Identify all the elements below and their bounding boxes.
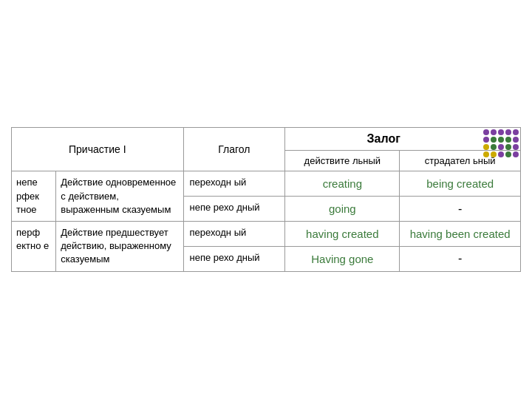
neperfektnoe-glagol2-cell: непе рехо дный <box>183 197 285 222</box>
having-gone-cell: Having gone <box>285 246 400 271</box>
creating-text: creating <box>323 177 362 190</box>
perfektnoe-glagol1: переходн ый <box>190 227 247 238</box>
deystvitelny-label: действите льный <box>304 155 381 166</box>
perfektnoe-desc: Действие предшествует действию, выраженн… <box>61 227 171 265</box>
dash1-cell: - <box>400 197 521 222</box>
zalog-header: Залог <box>285 128 521 151</box>
prichastie-header: Причастие I <box>12 128 184 171</box>
being-created-text: being created <box>426 177 494 190</box>
dash1-text: - <box>458 202 462 215</box>
going-cell: going <box>285 197 400 222</box>
table-container: Причастие I Глагол Залог действите льный <box>11 127 521 271</box>
having-been-created-text: having been created <box>410 228 511 240</box>
row-neperfektno-1: непе рфек тное Действие одновременное с … <box>12 171 521 197</box>
neperfektnoe-label: непе рфек тное <box>16 177 39 214</box>
header-row-1: Причастие I Глагол Залог <box>12 128 521 151</box>
neperfektnoe-label-cell: непе рфек тное <box>12 171 56 222</box>
page-wrapper: Причастие I Глагол Залог действите льный <box>0 0 532 399</box>
neperfektnoe-glagol2: непе рехо дный <box>190 202 260 213</box>
having-created-cell: having created <box>285 222 400 247</box>
going-text: going <box>329 202 356 215</box>
dots-decoration <box>483 129 519 157</box>
glagol-label: Глагол <box>218 143 250 155</box>
perfektnoe-label-cell: перф ектно е <box>12 222 56 272</box>
zalog-label: Залог <box>367 132 400 145</box>
perfektnoe-glagol1-cell: переходн ый <box>183 222 285 247</box>
creating-cell: creating <box>285 171 400 197</box>
perfektnoe-glagol2-cell: непе рехо дный <box>183 246 285 271</box>
row-perfektno-1: перф ектно е Действие предшествует дейст… <box>12 222 521 247</box>
neperfektnoe-desc-cell: Действие одновременное с действием, выра… <box>56 171 183 222</box>
perfektnoe-desc-cell: Действие предшествует действию, выраженн… <box>56 222 183 272</box>
glagol-header: Глагол <box>183 128 285 171</box>
neperfektnoe-glagol1-cell: переходн ый <box>183 171 285 197</box>
deystvitelny-header: действите льный <box>285 151 400 171</box>
grammar-table: Причастие I Глагол Залог действите льный <box>11 127 521 271</box>
neperfektnoe-desc: Действие одновременное с действием, выра… <box>61 177 176 214</box>
having-created-text: having created <box>306 228 378 240</box>
prichastie-label: Причастие I <box>69 143 126 155</box>
being-created-cell: being created <box>400 171 521 197</box>
having-gone-text: Having gone <box>311 253 373 265</box>
dash2-cell: - <box>400 246 521 271</box>
perfektnoe-glagol2: непе рехо дный <box>190 252 260 263</box>
perfektnoe-label: перф ектно е <box>16 227 49 251</box>
having-been-created-cell: having been created <box>400 222 521 247</box>
dash2-text: - <box>458 252 462 265</box>
neperfektnoe-glagol1: переходн ый <box>190 177 247 188</box>
